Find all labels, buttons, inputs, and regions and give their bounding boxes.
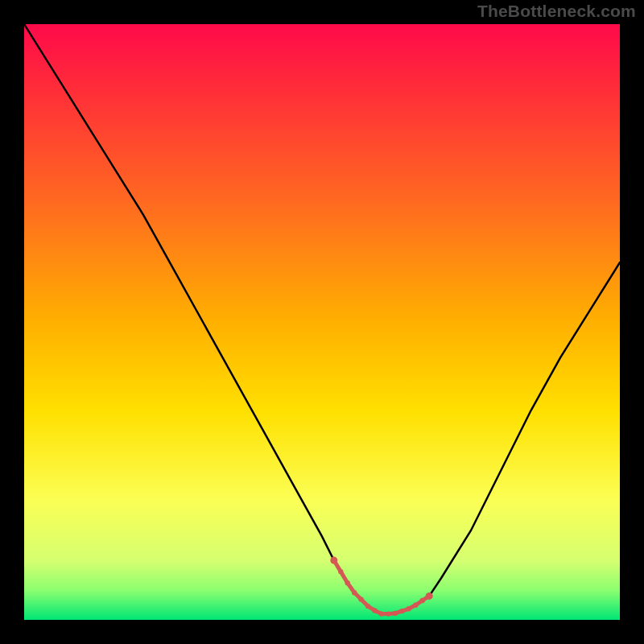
svg-point-7 bbox=[379, 611, 384, 616]
svg-point-8 bbox=[386, 611, 390, 616]
svg-point-12 bbox=[413, 603, 418, 608]
svg-point-9 bbox=[393, 611, 398, 616]
svg-point-10 bbox=[399, 609, 404, 613]
watermark-text: TheBottleneck.com bbox=[477, 2, 636, 21]
svg-point-0 bbox=[330, 557, 337, 564]
svg-point-13 bbox=[420, 598, 425, 603]
gradient-background bbox=[24, 24, 620, 620]
plot-area bbox=[24, 24, 620, 620]
chart-frame: TheBottleneck.com bbox=[0, 0, 644, 644]
svg-point-14 bbox=[426, 592, 433, 600]
svg-point-5 bbox=[365, 604, 370, 609]
svg-point-6 bbox=[372, 608, 377, 613]
svg-point-2 bbox=[345, 580, 350, 585]
chart-svg bbox=[24, 24, 620, 620]
svg-point-3 bbox=[352, 590, 357, 595]
svg-point-11 bbox=[407, 606, 411, 611]
svg-point-1 bbox=[338, 569, 343, 574]
svg-point-4 bbox=[358, 597, 363, 601]
